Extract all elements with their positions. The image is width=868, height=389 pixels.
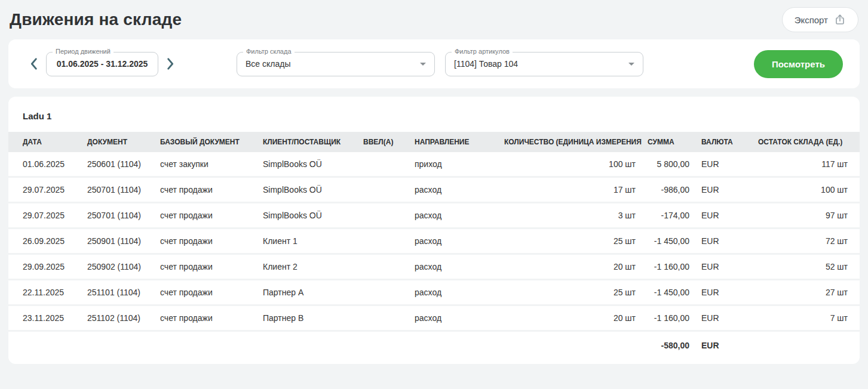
cell-currency: EUR: [695, 152, 752, 177]
cell-date: 29.07.2025: [8, 177, 81, 203]
base-document-link[interactable]: счет продажи: [154, 280, 257, 305]
column-header-currency: ВАЛЮТА: [695, 132, 752, 152]
document-link[interactable]: 250701 (1104): [81, 203, 154, 229]
document-link[interactable]: 250601 (1104): [81, 152, 154, 177]
cell-direction: расход: [409, 305, 498, 331]
cell-currency: EUR: [695, 177, 752, 203]
cell-client: Партнер B: [257, 305, 357, 331]
export-button-label: Экспорт: [795, 15, 828, 25]
period-field-value: 01.06.2025 - 31.12.2025: [57, 59, 148, 69]
cell-currency: EUR: [695, 280, 752, 305]
period-field-label: Период движений: [53, 48, 114, 55]
view-button[interactable]: Посмотреть: [754, 50, 843, 78]
dropdown-caret-icon: [628, 63, 634, 66]
cell-quantity: 20 шт: [498, 254, 642, 280]
cell-currency: EUR: [695, 254, 752, 280]
cell-client: SimplBooks OÜ: [257, 152, 357, 177]
total-amount: -580,00: [642, 331, 695, 360]
cell-direction: расход: [409, 177, 498, 203]
cell-entered-by: [357, 254, 409, 280]
column-header-direction: НАПРАВЛЕНИЕ: [409, 132, 498, 152]
article-filter-value: [1104] Товар 104: [454, 59, 518, 69]
cell-balance: 97 шт: [752, 203, 860, 229]
article-filter-select[interactable]: Фильтр артикулов [1104] Товар 104: [445, 52, 643, 76]
export-button[interactable]: Экспорт: [782, 7, 858, 32]
cell-balance: 100 шт: [752, 177, 860, 203]
table-total-row: -580,00 EUR: [8, 331, 860, 360]
period-field[interactable]: Период движений 01.06.2025 - 31.12.2025: [46, 52, 158, 76]
page-header: Движения на складе Экспорт: [8, 0, 860, 39]
base-document-link[interactable]: счет продажи: [154, 305, 257, 331]
column-header-entered-by: ВВЕЛ(А): [357, 132, 409, 152]
movements-table: ДАТА ДОКУМЕНТ БАЗОВЫЙ ДОКУМЕНТ КЛИЕНТ/ПО…: [8, 132, 860, 359]
cell-client: Клиент 2: [257, 254, 357, 280]
cell-entered-by: [357, 177, 409, 203]
period-prev-button[interactable]: [25, 55, 42, 72]
cell-entered-by: [357, 305, 409, 331]
cell-client: SimplBooks OÜ: [257, 203, 357, 229]
cell-amount: -1 160,00: [642, 254, 695, 280]
export-icon: [834, 14, 846, 26]
cell-amount: -986,00: [642, 177, 695, 203]
total-currency: EUR: [695, 331, 752, 360]
document-link[interactable]: 250902 (1104): [81, 254, 154, 280]
column-header-document: ДОКУМЕНТ: [81, 132, 154, 152]
cell-entered-by: [357, 203, 409, 229]
article-filter-label: Фильтр артикулов: [452, 48, 513, 55]
document-link[interactable]: 251102 (1104): [81, 305, 154, 331]
cell-amount: 5 800,00: [642, 152, 695, 177]
document-link[interactable]: 250701 (1104): [81, 177, 154, 203]
cell-date: 01.06.2025: [8, 152, 81, 177]
column-header-date: ДАТА: [8, 132, 81, 152]
warehouse-movements-page: Движения на складе Экспорт Период движен…: [0, 0, 868, 376]
base-document-link[interactable]: счет продажи: [154, 203, 257, 229]
cell-entered-by: [357, 229, 409, 254]
table-header-row: ДАТА ДОКУМЕНТ БАЗОВЫЙ ДОКУМЕНТ КЛИЕНТ/ПО…: [8, 132, 860, 152]
cell-currency: EUR: [695, 305, 752, 331]
table-row: 01.06.2025 250601 (1104) счет закупки Si…: [8, 152, 860, 177]
cell-date: 22.11.2025: [8, 280, 81, 305]
cell-direction: расход: [409, 280, 498, 305]
cell-entered-by: [357, 280, 409, 305]
cell-amount: -1 160,00: [642, 305, 695, 331]
base-document-link[interactable]: счет продажи: [154, 177, 257, 203]
cell-balance: 72 шт: [752, 229, 860, 254]
period-next-button[interactable]: [162, 55, 179, 72]
base-document-link[interactable]: счет закупки: [154, 152, 257, 177]
table-row: 22.11.2025 251101 (1104) счет продажи Па…: [8, 280, 860, 305]
cell-direction: расход: [409, 203, 498, 229]
dropdown-caret-icon: [420, 63, 426, 66]
table-row: 29.07.2025 250701 (1104) счет продажи Si…: [8, 203, 860, 229]
base-document-link[interactable]: счет продажи: [154, 229, 257, 254]
table-row: 26.09.2025 250901 (1104) счет продажи Кл…: [8, 229, 860, 254]
document-link[interactable]: 251101 (1104): [81, 280, 154, 305]
cell-quantity: 17 шт: [498, 177, 642, 203]
column-header-client: КЛИЕНТ/ПОСТАВЩИК: [257, 132, 357, 152]
cell-quantity: 100 шт: [498, 152, 642, 177]
cell-amount: -174,00: [642, 203, 695, 229]
cell-direction: расход: [409, 229, 498, 254]
cell-date: 23.11.2025: [8, 305, 81, 331]
table-row: 29.07.2025 250701 (1104) счет продажи Si…: [8, 177, 860, 203]
cell-client: Партнер A: [257, 280, 357, 305]
cell-balance: 27 шт: [752, 280, 860, 305]
column-header-quantity: КОЛИЧЕСТВО (ЕДИНИЦА ИЗМЕРЕНИЯ): [498, 132, 642, 152]
warehouse-section-title: Ladu 1: [8, 97, 860, 132]
column-header-amount: СУММА: [642, 132, 695, 152]
movements-table-card: Ladu 1 ДАТА ДОКУМЕНТ БАЗОВЫЙ ДОКУМЕНТ КЛ…: [8, 97, 860, 364]
cell-balance: 117 шт: [752, 152, 860, 177]
cell-quantity: 20 шт: [498, 305, 642, 331]
cell-balance: 7 шт: [752, 305, 860, 331]
table-row: 29.09.2025 250902 (1104) счет продажи Кл…: [8, 254, 860, 280]
cell-date: 26.09.2025: [8, 229, 81, 254]
document-link[interactable]: 250901 (1104): [81, 229, 154, 254]
warehouse-filter-select[interactable]: Фильтр склада Все склады: [237, 52, 435, 76]
chevron-right-icon: [167, 58, 174, 70]
cell-direction: приход: [409, 152, 498, 177]
warehouse-filter-label: Фильтр склада: [243, 48, 295, 55]
base-document-link[interactable]: счет продажи: [154, 254, 257, 280]
column-header-base-document: БАЗОВЫЙ ДОКУМЕНТ: [154, 132, 257, 152]
filter-bar: Период движений 01.06.2025 - 31.12.2025 …: [8, 39, 860, 88]
cell-amount: -1 450,00: [642, 229, 695, 254]
cell-currency: EUR: [695, 203, 752, 229]
